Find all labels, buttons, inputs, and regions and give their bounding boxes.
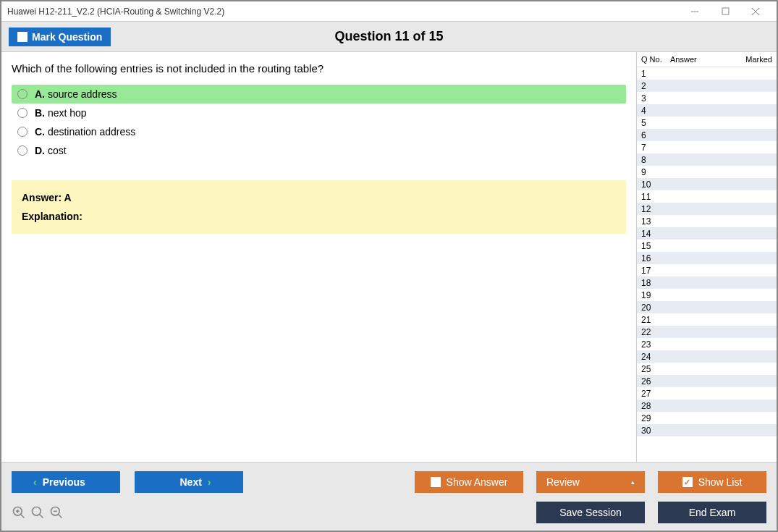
question-number: 19 <box>641 290 663 300</box>
close-button[interactable] <box>745 4 766 19</box>
mark-checkbox-icon <box>17 32 28 42</box>
question-number: 11 <box>641 192 663 202</box>
question-row[interactable]: 2 <box>637 80 777 92</box>
option-label: C. destination address <box>35 126 135 138</box>
question-row[interactable]: 13 <box>637 215 777 227</box>
previous-button[interactable]: ‹ Previous <box>12 471 120 493</box>
radio-icon <box>17 127 28 137</box>
question-number: 18 <box>641 278 663 288</box>
question-counter: Question 11 of 15 <box>334 29 443 44</box>
question-number: 1 <box>641 69 663 79</box>
svg-rect-1 <box>722 8 729 14</box>
question-row[interactable]: 30 <box>637 424 777 436</box>
window-controls <box>684 4 771 19</box>
question-row[interactable]: 22 <box>637 326 777 338</box>
question-row[interactable]: 25 <box>637 363 777 375</box>
question-row[interactable]: 18 <box>637 276 777 289</box>
next-button[interactable]: Next › <box>135 471 243 493</box>
question-number: 23 <box>641 339 663 350</box>
question-row[interactable]: 3 <box>637 92 777 104</box>
question-number: 8 <box>641 155 663 165</box>
question-row[interactable]: 5 <box>637 117 777 129</box>
question-row[interactable]: 15 <box>637 240 777 252</box>
maximize-button[interactable] <box>714 4 736 19</box>
question-number: 28 <box>641 401 663 411</box>
question-row[interactable]: 14 <box>637 227 777 240</box>
option-b[interactable]: B. next hop <box>12 104 626 122</box>
question-row[interactable]: 20 <box>637 301 777 313</box>
question-row[interactable]: 28 <box>637 400 777 412</box>
question-row[interactable]: 27 <box>637 387 777 400</box>
content-area: Which of the following entries is not in… <box>1 52 777 462</box>
minimize-button[interactable] <box>684 4 706 19</box>
header-marked: Marked <box>736 55 772 64</box>
option-a[interactable]: A. source address <box>12 85 626 104</box>
dropdown-arrow-icon: ▴ <box>631 478 635 486</box>
radio-icon <box>17 145 28 156</box>
mark-question-button[interactable]: Mark Question <box>9 28 111 46</box>
end-exam-button[interactable]: End Exam <box>658 502 766 523</box>
titlebar: Huawei H12-211_V2.2 (HCIA-Routing & Swit… <box>1 1 777 22</box>
question-row[interactable]: 9 <box>637 166 777 178</box>
question-row[interactable]: 12 <box>637 203 777 215</box>
zoom-in-icon[interactable] <box>12 505 26 520</box>
question-row[interactable]: 8 <box>637 153 777 166</box>
question-number: 2 <box>641 81 663 91</box>
zoom-controls <box>12 505 64 520</box>
footer-row-1: ‹ Previous Next › Show Answer Review ▴ <box>12 471 766 493</box>
question-number: 26 <box>641 376 663 387</box>
header-qno: Q No. <box>641 55 670 64</box>
question-row[interactable]: 29 <box>637 412 777 424</box>
question-row[interactable]: 6 <box>637 129 777 141</box>
question-row[interactable]: 11 <box>637 190 777 203</box>
previous-label: Previous <box>43 476 85 488</box>
window-frame: Huawei H12-211_V2.2 (HCIA-Routing & Swit… <box>0 0 778 532</box>
zoom-out-icon[interactable] <box>49 505 64 520</box>
question-row[interactable]: 16 <box>637 252 777 264</box>
header-answer: Answer <box>670 55 736 64</box>
question-number: 16 <box>641 253 663 263</box>
question-number: 24 <box>641 352 663 362</box>
question-row[interactable]: 24 <box>637 350 777 363</box>
show-answer-checkbox-icon <box>431 477 441 487</box>
show-answer-label: Show Answer <box>447 476 508 488</box>
option-d[interactable]: D. cost <box>12 141 626 160</box>
end-exam-label: End Exam <box>689 507 736 518</box>
option-label: D. cost <box>35 145 67 156</box>
question-number: 15 <box>641 241 663 251</box>
question-row[interactable]: 7 <box>637 141 777 153</box>
show-list-label: Show List <box>698 476 743 488</box>
question-number: 27 <box>641 389 663 399</box>
question-row[interactable]: 21 <box>637 313 777 326</box>
question-row[interactable]: 1 <box>637 67 777 80</box>
question-row[interactable]: 26 <box>637 375 777 387</box>
question-number: 4 <box>641 106 663 116</box>
question-number: 5 <box>641 118 663 128</box>
zoom-default-icon[interactable] <box>30 505 45 520</box>
footer-row-2: Save Session End Exam <box>12 502 766 523</box>
radio-icon <box>17 89 28 99</box>
answer-box: Answer: A Explanation: <box>12 180 626 234</box>
question-row[interactable]: 19 <box>637 289 777 301</box>
show-list-checkbox-icon: ✓ <box>682 477 693 487</box>
show-answer-button[interactable]: Show Answer <box>415 471 523 493</box>
show-list-button[interactable]: ✓ Show List <box>658 471 766 493</box>
save-session-button[interactable]: Save Session <box>536 502 645 523</box>
question-row[interactable]: 17 <box>637 264 777 276</box>
question-number: 9 <box>641 167 663 177</box>
question-row[interactable]: 23 <box>637 338 777 350</box>
question-number: 25 <box>641 364 663 374</box>
review-label: Review <box>546 476 580 488</box>
question-number: 14 <box>641 229 663 239</box>
question-number: 22 <box>641 327 663 337</box>
question-row[interactable]: 10 <box>637 178 777 190</box>
question-list-body[interactable]: 1234567891011121314151617181920212223242… <box>637 67 777 462</box>
question-list-header: Q No. Answer Marked <box>637 52 777 67</box>
option-label: A. source address <box>35 88 117 100</box>
question-list-panel: Q No. Answer Marked 12345678910111213141… <box>636 52 777 462</box>
review-button[interactable]: Review ▴ <box>536 471 645 493</box>
mark-question-label: Mark Question <box>32 31 102 43</box>
option-label: B. next hop <box>35 107 87 119</box>
option-c[interactable]: C. destination address <box>12 122 626 141</box>
question-row[interactable]: 4 <box>637 104 777 117</box>
